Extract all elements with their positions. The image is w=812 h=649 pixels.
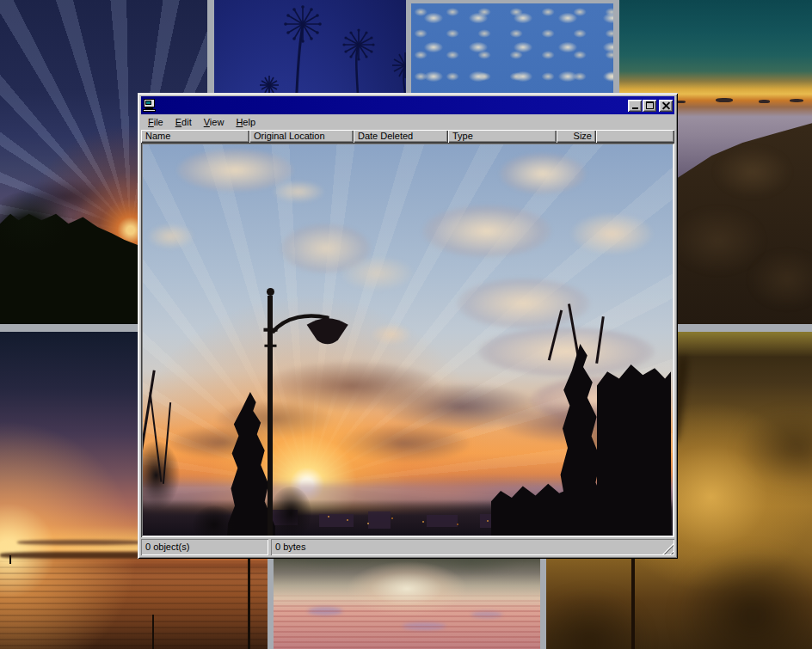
minimize-button[interactable] xyxy=(628,100,642,112)
decorative-shape xyxy=(759,100,770,103)
close-icon xyxy=(662,101,670,109)
decorative-shape xyxy=(714,146,791,198)
menu-item[interactable]: Help xyxy=(230,115,261,129)
menu-bar: FileEditViewHelp xyxy=(141,114,674,130)
status-bar: 0 object(s) 0 bytes xyxy=(141,539,674,555)
maximize-icon xyxy=(646,101,654,109)
column-header[interactable]: Date Deleted xyxy=(354,130,448,143)
menu-item[interactable]: Edit xyxy=(169,115,198,129)
menu-item[interactable]: View xyxy=(198,115,231,129)
decorative-shape xyxy=(790,99,803,102)
water-pole xyxy=(248,554,250,649)
minimize-icon xyxy=(632,107,638,109)
title-bar[interactable] xyxy=(141,96,674,114)
menu-item[interactable]: File xyxy=(142,115,169,129)
column-header-row: NameOriginal LocationDate DeletedTypeSiz… xyxy=(141,130,674,143)
column-header[interactable]: Size xyxy=(557,130,596,143)
tree-mass-right xyxy=(597,361,671,536)
status-total-size: 0 bytes xyxy=(271,539,674,555)
column-header-filler xyxy=(596,130,674,143)
decorative-shape xyxy=(716,98,733,102)
status-object-count: 0 object(s) xyxy=(141,539,268,555)
desktop: FileEditViewHelp NameOriginal LocationDa… xyxy=(0,0,812,649)
file-list-area[interactable] xyxy=(141,143,674,537)
computer-icon xyxy=(143,99,157,113)
column-header[interactable]: Name xyxy=(141,130,249,143)
column-header[interactable]: Original Location xyxy=(249,130,354,143)
background-photo-sunset-streetlamp xyxy=(143,144,673,536)
column-header[interactable]: Type xyxy=(448,130,557,143)
recycle-bin-window: FileEditViewHelp NameOriginal LocationDa… xyxy=(138,93,678,559)
water-pole xyxy=(152,615,154,649)
water-pole xyxy=(9,555,11,564)
status-size-text: 0 bytes xyxy=(275,542,305,552)
decorative-shape xyxy=(671,206,766,275)
close-button[interactable] xyxy=(659,100,673,112)
resize-grip[interactable] xyxy=(662,543,674,554)
maximize-button[interactable] xyxy=(643,100,656,112)
